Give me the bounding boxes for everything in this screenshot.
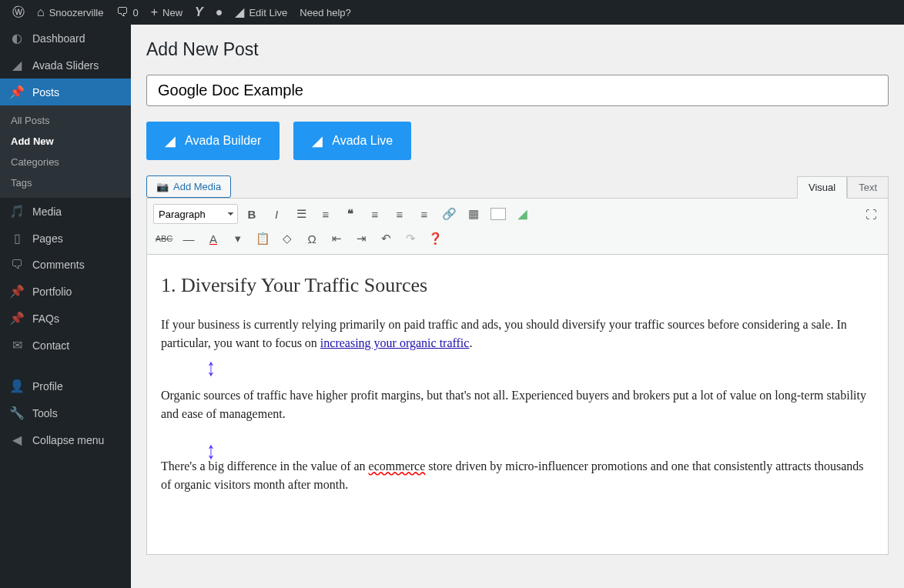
tab-text[interactable]: Text xyxy=(847,176,889,198)
menu-profile[interactable]: 👤Profile xyxy=(0,373,131,399)
outdent-button[interactable]: ⇤ xyxy=(326,228,347,249)
strikethrough-button[interactable]: ABC xyxy=(153,228,175,249)
help-label: Need help? xyxy=(300,7,351,18)
wordpress-icon: ⓦ xyxy=(12,6,25,18)
number-list-button[interactable]: ≡ xyxy=(315,203,336,225)
comment-icon: 🗨 xyxy=(116,6,129,18)
avada-toolbar-button[interactable]: ◢ xyxy=(512,203,534,225)
content-heading: 1. Diversify Your Traffic Sources xyxy=(161,270,874,300)
mail-icon: ✉ xyxy=(9,338,25,352)
clear-format-button[interactable]: ◇ xyxy=(276,228,298,249)
content-p1: If your business is currently relying pr… xyxy=(161,316,874,352)
pages-icon: ▯ xyxy=(9,231,25,246)
editor-toolbar: Paragraph B I ☰ ≡ ❝ ≡ ≡ ≡ 🔗 ▦ ◢ ⛶ ABC — … xyxy=(146,198,889,255)
submenu-categories[interactable]: Categories xyxy=(0,152,131,172)
home-icon: ⌂ xyxy=(37,6,45,18)
italic-button[interactable]: I xyxy=(266,203,287,225)
editor-tabs: Visual Text xyxy=(797,176,889,198)
menu-comments[interactable]: 🗨Comments xyxy=(0,252,131,278)
spell-error: ecommerce xyxy=(369,459,426,473)
page-title: Add New Post xyxy=(146,32,889,63)
menu-media[interactable]: 🎵Media xyxy=(0,198,131,225)
yoast-icon: Y xyxy=(195,6,203,18)
pin-icon: 📌 xyxy=(9,311,25,326)
edit-live-label: Edit Live xyxy=(249,7,287,18)
color-swatch-button[interactable] xyxy=(487,203,509,225)
arrow-annotation-2: ↕ xyxy=(206,432,215,469)
align-center-button[interactable]: ≡ xyxy=(389,203,410,225)
bullet-list-button[interactable]: ☰ xyxy=(290,203,312,225)
media-icon: 🎵 xyxy=(9,204,25,219)
yoast[interactable]: Y xyxy=(189,0,209,25)
comment-icon: 🗨 xyxy=(9,258,25,272)
help-button[interactable]: ❓ xyxy=(424,228,446,249)
avada-live-button[interactable]: ◢Avada Live xyxy=(293,122,411,160)
submenu-add-new[interactable]: Add New xyxy=(0,131,131,152)
format-select[interactable]: Paragraph xyxy=(153,204,238,224)
menu-posts[interactable]: 📌Posts xyxy=(0,79,131,105)
comments-link[interactable]: 🗨0 xyxy=(110,0,145,25)
bold-button[interactable]: B xyxy=(241,203,263,225)
help-link[interactable]: Need help? xyxy=(293,0,357,25)
user-icon: 👤 xyxy=(9,379,25,393)
admin-bar: ⓦ ⌂Snoozerville 🗨0 +New Y ● ◢Edit Live N… xyxy=(0,0,904,25)
menu-portfolio[interactable]: 📌Portfolio xyxy=(0,278,131,305)
collapse-icon: ◀ xyxy=(9,433,25,447)
pin-icon: 📌 xyxy=(9,85,25,99)
builder-buttons: ◢Avada Builder ◢Avada Live xyxy=(146,122,889,160)
wp-logo[interactable]: ⓦ xyxy=(6,0,31,25)
content-p3: There's a big difference in the value of… xyxy=(161,457,874,494)
menu-contact[interactable]: ✉Contact xyxy=(0,332,131,359)
organic-traffic-link[interactable]: increasing your organic traffic xyxy=(320,336,470,349)
hr-button[interactable]: — xyxy=(178,228,199,249)
circle-icon: ● xyxy=(216,6,223,18)
site-name[interactable]: ⌂Snoozerville xyxy=(31,0,110,25)
status-dot[interactable]: ● xyxy=(209,0,229,25)
menu-collapse[interactable]: ◀Collapse menu xyxy=(0,426,131,453)
content-p2: Organic sources of traffic have higher p… xyxy=(161,386,874,423)
text-color-button[interactable]: A xyxy=(203,228,224,249)
new-label: New xyxy=(162,7,182,18)
fullscreen-button[interactable]: ⛶ xyxy=(860,203,882,225)
menu-dashboard[interactable]: ◐Dashboard xyxy=(0,25,131,52)
add-media-button[interactable]: 📷Add Media xyxy=(146,175,231,198)
submenu-tags[interactable]: Tags xyxy=(0,172,131,193)
posts-submenu: All Posts Add New Categories Tags xyxy=(0,105,131,198)
menu-pages[interactable]: ▯Pages xyxy=(0,225,131,252)
post-title-input[interactable] xyxy=(146,75,889,106)
menu-avada-sliders[interactable]: ◢Avada Sliders xyxy=(0,52,131,79)
pin-icon: 📌 xyxy=(9,284,25,299)
submenu-all-posts[interactable]: All Posts xyxy=(0,110,131,131)
avada-slider-icon: ◢ xyxy=(9,58,25,72)
camera-icon: 📷 xyxy=(156,181,169,192)
admin-sidebar: ◐Dashboard ◢Avada Sliders 📌Posts All Pos… xyxy=(0,25,131,588)
comments-count: 0 xyxy=(133,7,139,18)
indent-button[interactable]: ⇥ xyxy=(350,228,372,249)
undo-button[interactable]: ↶ xyxy=(375,228,397,249)
wrench-icon: 🔧 xyxy=(9,406,25,420)
paste-text-button[interactable]: 📋 xyxy=(252,228,273,249)
avada-edit-live[interactable]: ◢Edit Live xyxy=(229,0,293,25)
avada-icon: ◢ xyxy=(165,132,176,149)
avada-builder-button[interactable]: ◢Avada Builder xyxy=(146,122,280,160)
plus-icon: + xyxy=(151,6,158,18)
site-name-label: Snoozerville xyxy=(49,7,104,18)
menu-tools[interactable]: 🔧Tools xyxy=(0,399,131,426)
avada-icon: ◢ xyxy=(235,6,244,18)
tab-visual[interactable]: Visual xyxy=(797,176,847,199)
link-button[interactable]: 🔗 xyxy=(438,203,460,225)
new-content[interactable]: +New xyxy=(145,0,189,25)
redo-button[interactable]: ↷ xyxy=(400,228,421,249)
editor-body[interactable]: 1. Diversify Your Traffic Sources If you… xyxy=(146,255,889,555)
text-color-dropdown[interactable]: ▾ xyxy=(227,228,249,249)
more-button[interactable]: ▦ xyxy=(463,203,484,225)
arrow-annotation-1: ↕ xyxy=(206,349,215,386)
blockquote-button[interactable]: ❝ xyxy=(340,203,361,225)
align-left-button[interactable]: ≡ xyxy=(364,203,386,225)
special-char-button[interactable]: Ω xyxy=(301,228,323,249)
dashboard-icon: ◐ xyxy=(9,31,25,45)
main-content: Add New Post ◢Avada Builder ◢Avada Live … xyxy=(131,25,904,588)
avada-icon: ◢ xyxy=(312,132,323,149)
menu-faqs[interactable]: 📌FAQs xyxy=(0,305,131,332)
align-right-button[interactable]: ≡ xyxy=(413,203,435,225)
